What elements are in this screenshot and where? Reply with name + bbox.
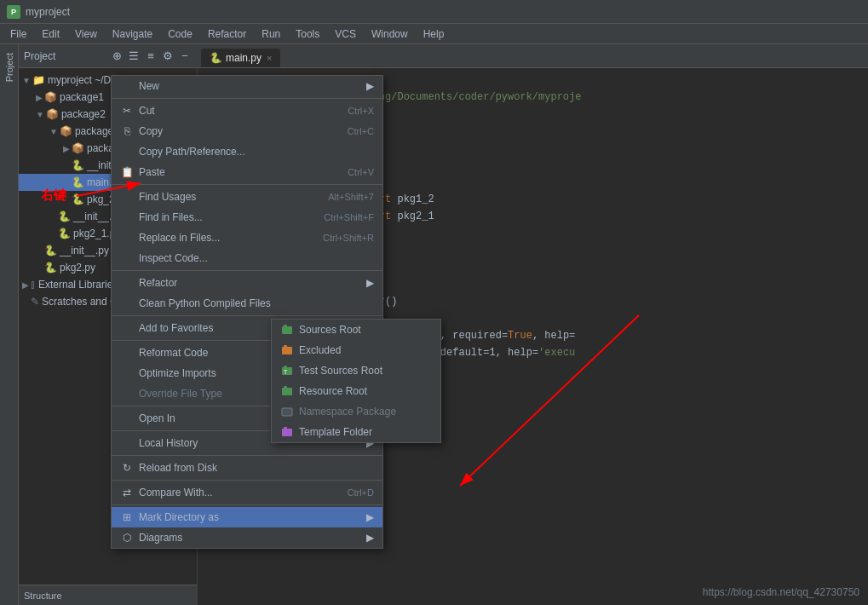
menu-tools[interactable]: Tools [289,26,326,42]
scratch-icon: ✎ [31,296,39,308]
menu-navigate[interactable]: Navigate [106,26,159,42]
ctx-item-new[interactable]: New ▶ [112,76,382,96]
toolbar-minimize-icon[interactable]: − [178,49,192,63]
ctx-label: Compare With... [139,487,213,498]
ctx-item-replace-files[interactable]: Replace in Files... Ctrl+Shift+R [112,228,382,248]
toolbar-settings-icon[interactable]: ⚙ [161,49,175,63]
project-title: myproject [26,6,70,18]
submenu-mark-directory: Sources Root Excluded T Test Sources Roo… [271,319,441,443]
sub-item-label: Sources Root [299,324,361,336]
py-icon: 🐍 [58,210,71,222]
ctx-label: Add to Favorites [139,322,213,334]
shortcut-label: Ctrl+Shift+R [323,233,374,243]
tree-arrow: ▼ [49,127,58,136]
toolbar-expand-icon[interactable]: ☰ [127,49,141,63]
structure-tab[interactable]: Structure [24,591,62,601]
menu-vcs[interactable]: VCS [328,26,363,42]
ctx-separator [112,98,382,99]
menu-view[interactable]: View [68,26,104,42]
ctx-label: New [139,80,159,92]
sub-item-excluded[interactable]: Excluded [272,340,440,360]
sidebar-item-project[interactable]: Project [3,48,16,87]
shortcut-label: Ctrl+D [348,487,374,498]
ctx-item-refactor[interactable]: Refactor ▶ [112,273,382,293]
toolbar-locate-icon[interactable]: ⊕ [110,49,124,63]
tab-bar: 🐍 main.py × [198,44,868,68]
ctx-item-reload[interactable]: ↻ Reload from Disk [112,458,382,478]
sub-item-label: Namespace Package [299,406,396,418]
toolbar-collapse-icon[interactable]: ≡ [144,49,158,63]
svg-rect-10 [282,429,292,436]
ctx-item-mark-directory[interactable]: ⊞ Mark Directory as ▶ [112,507,382,527]
py-icon: 🐍 [44,245,57,256]
ctx-item-find-files[interactable]: Find in Files... Ctrl+Shift+F [112,207,382,228]
shortcut-label: Ctrl+V [348,167,374,177]
reformat-icon [120,346,134,360]
ctx-item-copy[interactable]: ⎘ Copy Ctrl+C [112,121,382,141]
ctx-label: Cut [139,105,155,117]
ctx-label: Reload from Disk [139,462,217,474]
folder-icon: 📦 [46,108,59,120]
ctx-label: Copy [139,125,163,137]
tab-close-button[interactable]: × [267,53,272,63]
menu-refactor[interactable]: Refactor [201,26,253,42]
menu-file[interactable]: File [3,26,33,42]
svg-rect-8 [284,386,287,389]
submenu-arrow: ▶ [366,80,374,92]
sub-item-template[interactable]: Template Folder [272,422,440,442]
tree-arrow: ▼ [36,110,44,119]
menu-help[interactable]: Help [417,26,451,42]
ctx-item-diagrams[interactable]: ⬡ Diagrams ▶ [112,527,382,548]
copy-icon: ⎘ [120,124,134,138]
tree-arrow: ▶ [22,280,29,290]
watermark: https://blog.csdn.net/qq_42730750 [703,586,859,598]
folder-icon: 📦 [44,91,57,103]
ctx-item-clean[interactable]: Clean Python Compiled Files [112,293,382,314]
sub-item-sources-root[interactable]: Sources Root [272,320,440,340]
py-icon: 🐍 [72,193,84,205]
py-icon: 🐍 [44,262,57,274]
tree-arrow: ▼ [22,76,31,85]
ctx-item-paste[interactable]: 📋 Paste Ctrl+V [112,162,382,182]
menu-edit[interactable]: Edit [35,26,66,42]
tree-label: __init__.py [60,245,109,256]
ctx-item-copy-path[interactable]: Copy Path/Reference... [112,141,382,162]
clean-icon [120,297,134,310]
ctx-item-inspect[interactable]: Inspect Code... [112,248,382,268]
sub-item-test-sources[interactable]: T Test Sources Root [272,360,440,381]
ctx-item-compare[interactable]: ⇄ Compare With... Ctrl+D [112,482,382,503]
cut-icon: ✂ [120,104,134,118]
svg-text:T: T [284,369,288,375]
ctx-item-find-usages[interactable]: Find Usages Alt+Shift+7 [112,187,382,207]
menu-window[interactable]: Window [365,26,415,42]
menu-code[interactable]: Code [161,26,199,42]
copy-path-icon [120,145,134,158]
submenu-arrow: ▶ [366,532,374,544]
folder-icon: 📦 [60,125,72,137]
diagram-icon: ⬡ [120,531,134,544]
template-icon [280,425,294,439]
compare-icon: ⇄ [120,486,134,499]
sub-item-label: Test Sources Root [299,365,382,377]
ctx-label: Copy Path/Reference... [139,146,245,158]
inspect-icon [120,251,134,265]
find-usages-icon [120,190,134,204]
tab-main-py[interactable]: 🐍 main.py × [201,49,280,67]
project-toolbar: Project ⊕ ☰ ≡ ⚙ − [19,44,197,68]
svg-rect-2 [282,347,292,354]
menu-run[interactable]: Run [255,26,287,42]
excluded-icon [280,343,294,357]
left-sidebar: Project [0,44,19,605]
test-sources-icon: T [280,364,294,377]
svg-rect-3 [284,345,287,348]
py-icon: 🐍 [58,228,71,239]
svg-rect-11 [284,427,287,429]
tree-label: package1 [60,91,104,103]
ctx-item-cut[interactable]: ✂ Cut Ctrl+X [112,101,382,121]
py-file-icon: 🐍 [210,52,222,64]
context-menu: New ▶ ✂ Cut Ctrl+X ⎘ Copy Ctrl+C Copy Pa… [111,75,383,549]
tab-label: main.py [226,52,262,64]
sub-item-resource-root[interactable]: Resource Root [272,381,440,401]
ctx-label: Paste [139,166,165,178]
lib-icon: ⫿ [31,279,36,291]
